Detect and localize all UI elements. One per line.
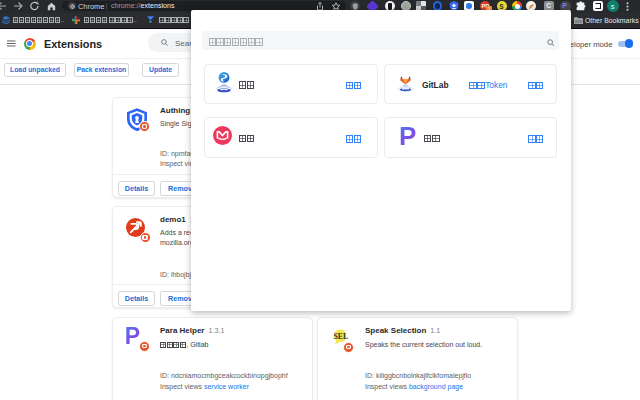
svg-text:SEL: SEL bbox=[333, 331, 348, 340]
